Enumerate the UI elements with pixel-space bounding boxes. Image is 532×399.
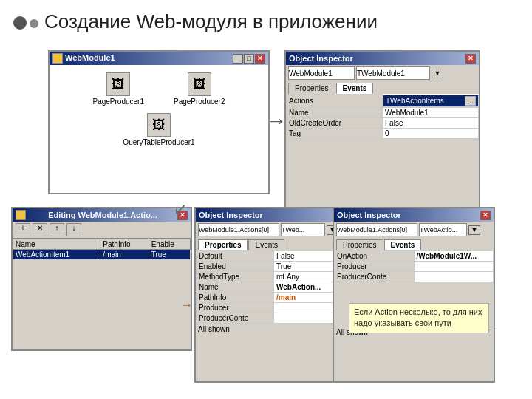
mid-component-type[interactable] xyxy=(281,223,325,236)
pp1-label: PageProducer1 xyxy=(93,98,145,106)
mid-tab-events[interactable]: Events xyxy=(248,239,284,250)
objinsp-mid-tabs: Properties Events xyxy=(196,238,352,250)
up-btn[interactable]: ↑ xyxy=(50,223,64,236)
prop-row-name: Name WebModule1 xyxy=(287,107,479,117)
objinsp-main-header: ▼ xyxy=(286,65,479,81)
row-name: WebActionItem1 xyxy=(13,250,100,260)
editing-title: Editing WebModule1.Actio... xyxy=(48,211,157,219)
right-dropdown-btn[interactable]: ▼ xyxy=(468,225,480,235)
close-right-btn[interactable]: ✕ xyxy=(480,211,491,220)
qtp-label: QueryTableProducer1 xyxy=(123,138,194,146)
win-controls-right: ✕ xyxy=(480,211,491,220)
win-webmodule-titlebar: WebModule1 _ □ ✕ xyxy=(50,52,268,65)
mid-tab-properties[interactable]: Properties xyxy=(198,239,248,250)
pv-onaction: /WebModule1W... xyxy=(414,251,494,262)
row-pathinfo: /main xyxy=(100,250,149,260)
pn-producer: Producer xyxy=(197,303,274,313)
mid-footer: All shown xyxy=(196,324,352,334)
add-btn[interactable]: + xyxy=(16,223,30,236)
pn-default: Default xyxy=(197,251,274,262)
win-objinsp-right: Object Inspector ✕ ▼ Properties Events O… xyxy=(332,207,495,383)
prop-table-main: Actions TWebActionItems ... Name WebModu… xyxy=(286,94,479,139)
pn-pathinfo: PathInfo xyxy=(197,293,274,303)
pp2-img: 🖼 xyxy=(188,72,211,96)
pv-producer-r xyxy=(414,262,494,272)
dot2 xyxy=(30,19,38,28)
editing-toolbar: + ✕ ↑ ↓ xyxy=(13,222,191,239)
page-title: Создание Web-модуля в приложении xyxy=(44,10,378,33)
qtp-img: 🖼 xyxy=(147,113,171,137)
objinsp-main-title: Object Inspector xyxy=(289,54,353,63)
editing-table: Name PathInfo Enable WebActionItem1 /mai… xyxy=(13,239,191,260)
mid-component-name[interactable] xyxy=(198,223,279,236)
tooltip-text: Если Action несколько, то для них надо у… xyxy=(354,307,482,327)
arrow-right: → xyxy=(266,109,287,133)
editing-title-icon xyxy=(16,210,28,220)
right-component-name[interactable] xyxy=(336,223,417,236)
objinsp-right-title: Object Inspector xyxy=(337,211,401,219)
page-producer2-icon[interactable]: 🖼 PageProducer2 xyxy=(174,72,225,106)
prop-name-tag: Tag xyxy=(287,128,383,138)
pn-name: Name xyxy=(197,282,274,293)
prop-val-tag: 0 xyxy=(383,128,479,138)
prop-val-actions[interactable]: TWebActionItems ... xyxy=(383,95,479,107)
page-producer1-icon[interactable]: 🖼 PageProducer1 xyxy=(93,72,145,106)
prop-row-onaction: OnAction /WebModule1W... xyxy=(335,251,494,262)
win-objinsp-mid: Object Inspector ✕ ▼ Properties Events D… xyxy=(194,207,353,383)
editing-titlebar: Editing WebModule1.Actio... ✕ xyxy=(13,208,191,222)
col-enable: Enable xyxy=(149,239,190,250)
close-btn[interactable]: ✕ xyxy=(255,54,265,64)
prop-row-methodtype: MethodType mt.Any xyxy=(197,272,352,282)
down-btn[interactable]: ↓ xyxy=(66,223,81,236)
prop-row-producer-r: Producer xyxy=(335,262,494,272)
objinsp-main-titlebar: Object Inspector ✕ xyxy=(286,52,479,65)
maximize-btn[interactable]: □ xyxy=(244,54,254,64)
objinsp-right-tabs: Properties Events xyxy=(334,238,494,250)
prop-row-actions: Actions TWebActionItems ... xyxy=(287,95,479,108)
tab-properties[interactable]: Properties xyxy=(288,83,335,94)
component-row-1: 🖼 PageProducer1 🖼 PageProducer2 xyxy=(93,72,225,106)
prop-table-right: OnAction /WebModule1W... Producer Produc… xyxy=(334,250,494,282)
col-name: Name xyxy=(13,239,100,250)
delete-btn[interactable]: ✕ xyxy=(33,223,47,236)
pp2-label: PageProducer2 xyxy=(174,98,225,106)
component-type-input[interactable] xyxy=(356,66,430,80)
objinsp-mid-title: Object Inspector xyxy=(199,211,263,219)
query-table-producer-icon[interactable]: 🖼 QueryTableProducer1 xyxy=(123,113,194,146)
minimize-btn[interactable]: _ xyxy=(233,54,243,64)
component-row-2: 🖼 QueryTableProducer1 xyxy=(123,113,194,146)
prop-row-name: Name WebAction... xyxy=(197,282,352,293)
win-controls: _ □ ✕ xyxy=(233,54,265,64)
prop-val-name: WebModule1 xyxy=(383,107,479,117)
pn-methodtype: MethodType xyxy=(197,272,274,282)
objinsp-mid-titlebar: Object Inspector ✕ xyxy=(196,208,352,222)
tooltip-box: Если Action несколько, то для них надо у… xyxy=(349,303,489,333)
right-tab-events[interactable]: Events xyxy=(384,239,422,250)
win-webmodule-body: 🖼 PageProducer1 🖼 PageProducer2 🖼 QueryT… xyxy=(50,65,268,193)
prop-row-enabled: Enabled True xyxy=(197,262,352,272)
close-insp-btn[interactable]: ✕ xyxy=(466,54,476,64)
prop-row-producerconte-r: ProducerConte xyxy=(335,272,494,282)
tab-events[interactable]: Events xyxy=(336,83,374,94)
prop-name-oldcreate: OldCreateOrder xyxy=(287,117,383,128)
pn-producer-r: Producer xyxy=(335,262,415,272)
right-component-type[interactable] xyxy=(419,223,467,236)
objinsp-main-tabs: Properties Events xyxy=(286,81,479,94)
prop-row-producerconte: ProducerConte xyxy=(197,313,352,324)
row-enabled: True xyxy=(149,250,190,260)
ellipsis-btn[interactable]: ... xyxy=(465,96,475,106)
dropdown-btn[interactable]: ▼ xyxy=(432,69,443,78)
objinsp-mid-header: ▼ xyxy=(196,222,352,238)
pn-producerconte-r: ProducerConte xyxy=(335,272,415,282)
objinsp-right-titlebar: Object Inspector ✕ xyxy=(334,208,494,222)
prop-row-oldcreate: OldCreateOrder False xyxy=(287,117,479,128)
prop-row-tag: Tag 0 xyxy=(287,128,479,138)
editing-table-header: Name PathInfo Enable xyxy=(13,239,191,250)
pn-producerconte: ProducerConte xyxy=(197,313,274,324)
prop-row-default: Default False xyxy=(197,251,352,262)
objinsp-right-header: ▼ xyxy=(334,222,494,238)
right-tab-properties[interactable]: Properties xyxy=(336,239,383,250)
component-name-input[interactable] xyxy=(288,66,355,80)
table-row[interactable]: WebActionItem1 /main True xyxy=(13,250,191,260)
prop-row-pathinfo: PathInfo /main xyxy=(197,293,352,303)
